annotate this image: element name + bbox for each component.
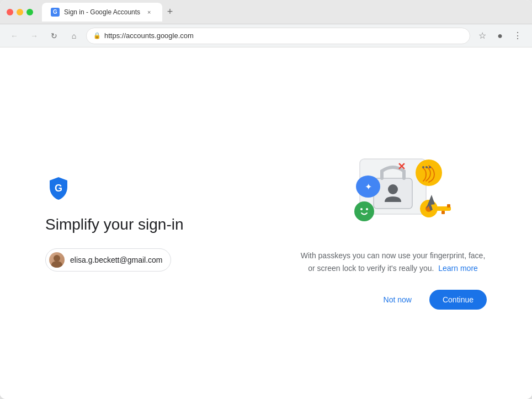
minimize-traffic-light[interactable] bbox=[17, 9, 23, 15]
continue-button[interactable]: Continue bbox=[429, 290, 487, 310]
svg-text:✕: ✕ bbox=[397, 161, 406, 172]
svg-rect-13 bbox=[447, 204, 450, 208]
signin-title: Simplify your sign-in bbox=[45, 215, 266, 235]
refresh-button[interactable]: ↻ bbox=[46, 28, 62, 44]
browser-window: G Sign in - Google Accounts × + ← → ↻ ⌂ … bbox=[0, 0, 532, 399]
tab-title-text: Sign in - Google Accounts bbox=[64, 8, 140, 16]
svg-point-9 bbox=[366, 208, 368, 210]
profile-button[interactable]: ● bbox=[492, 28, 508, 44]
home-button[interactable]: ⌂ bbox=[66, 28, 82, 44]
nav-actions: ☆ ● ⋮ bbox=[475, 28, 525, 44]
not-now-button[interactable]: Not now bbox=[375, 290, 421, 310]
user-avatar bbox=[49, 252, 65, 268]
right-section: ✦ bbox=[299, 137, 487, 310]
forward-button[interactable]: → bbox=[26, 28, 42, 44]
svg-text:✦: ✦ bbox=[365, 182, 372, 191]
action-buttons: Not now Continue bbox=[299, 290, 487, 310]
learn-more-link[interactable]: Learn more bbox=[438, 264, 478, 273]
svg-point-20 bbox=[429, 166, 431, 168]
svg-text:G: G bbox=[55, 183, 62, 194]
svg-rect-14 bbox=[441, 211, 445, 214]
close-traffic-light[interactable] bbox=[7, 9, 13, 15]
lock-icon: 🔒 bbox=[93, 32, 101, 39]
signin-container: G Simplify your sign-in elisa.g.beckett@… bbox=[0, 47, 532, 399]
svg-point-19 bbox=[425, 166, 428, 168]
new-tab-button[interactable]: + bbox=[162, 4, 178, 20]
title-bar: G Sign in - Google Accounts × + bbox=[0, 0, 532, 24]
user-email-text: elisa.g.beckett@gmail.com bbox=[70, 256, 163, 264]
page-content: G Simplify your sign-in elisa.g.beckett@… bbox=[0, 47, 532, 399]
back-button[interactable]: ← bbox=[7, 28, 22, 44]
maximize-traffic-light[interactable] bbox=[26, 9, 33, 15]
address-bar[interactable]: 🔒 https://accounts.google.com bbox=[86, 28, 470, 44]
user-chip[interactable]: elisa.g.beckett@gmail.com bbox=[45, 248, 171, 272]
tab-bar: G Sign in - Google Accounts × + bbox=[42, 3, 525, 22]
google-shield-logo: G bbox=[45, 175, 72, 201]
tab-favicon-icon: G bbox=[51, 8, 60, 17]
left-section: G Simplify your sign-in elisa.g.beckett@… bbox=[45, 175, 266, 271]
description-text: With passkeys you can now use your finge… bbox=[299, 249, 487, 274]
bookmark-button[interactable]: ☆ bbox=[475, 28, 490, 44]
svg-point-18 bbox=[422, 166, 424, 168]
menu-button[interactable]: ⋮ bbox=[510, 28, 525, 44]
nav-bar: ← → ↻ ⌂ 🔒 https://accounts.google.com ☆ … bbox=[0, 24, 532, 47]
svg-point-7 bbox=[354, 201, 374, 221]
svg-point-4 bbox=[388, 184, 398, 194]
svg-point-8 bbox=[360, 208, 363, 210]
active-tab[interactable]: G Sign in - Google Accounts × bbox=[42, 3, 162, 22]
passkey-illustration: ✦ bbox=[316, 137, 470, 236]
traffic-lights bbox=[7, 9, 33, 15]
url-text: https://accounts.google.com bbox=[104, 31, 463, 40]
signin-card: G Simplify your sign-in elisa.g.beckett@… bbox=[45, 137, 487, 310]
tab-close-button[interactable]: × bbox=[145, 8, 153, 17]
